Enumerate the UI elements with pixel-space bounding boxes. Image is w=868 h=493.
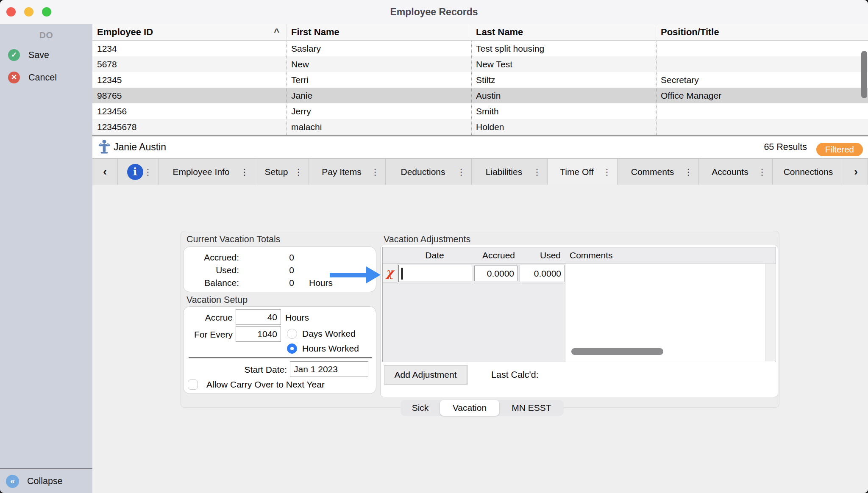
table-row[interactable]: 123456JerrySmith — [92, 103, 868, 119]
table-cell: Austin — [471, 88, 656, 103]
window-title: Employee Records — [0, 0, 868, 24]
used-label: Used: — [184, 264, 239, 277]
tab-scroll-right-button[interactable]: › — [844, 159, 868, 185]
title-bar: Employee Records — [0, 0, 868, 24]
collapse-chevrons-icon: « — [6, 475, 19, 488]
adjustment-used-input[interactable] — [520, 265, 565, 282]
column-header-0[interactable]: Employee ID^ — [92, 24, 287, 41]
adjustment-date-input[interactable] — [398, 265, 472, 282]
tab-menu-dots-icon[interactable]: ⋮ — [457, 167, 465, 177]
tab-label: Deductions — [401, 167, 445, 177]
tab-pay-items[interactable]: Pay Items⋮ — [309, 159, 386, 185]
tab-time-off[interactable]: Time Off⋮ — [548, 159, 618, 185]
sidebar-header: DO — [0, 30, 92, 40]
table-cell: Test split housing — [471, 41, 656, 56]
table-cell: Saslary — [287, 41, 471, 56]
accrued-value: 0 — [281, 251, 302, 264]
tab-info[interactable]: i⋮ — [118, 159, 159, 185]
delete-row-cell[interactable]: χ — [383, 263, 397, 283]
balance-value: 0 — [281, 277, 302, 289]
table-cell: Terri — [287, 72, 471, 88]
hours-worked-radio[interactable] — [287, 343, 297, 354]
tab-menu-dots-icon[interactable]: ⋮ — [684, 167, 693, 177]
adjustment-comments-area[interactable] — [565, 263, 776, 362]
tab-label: Time Off — [560, 167, 593, 177]
table-row[interactable]: 12345678malachiHolden — [92, 119, 868, 135]
table-cell: 1234 — [92, 41, 287, 56]
carry-over-checkbox[interactable] — [188, 379, 198, 390]
vacation-adjustments-container: DateAccruedUsedComments χ Add Adjustment… — [380, 245, 778, 397]
table-cell: Jerry — [287, 103, 471, 119]
adjustments-column-header: Accrued — [474, 247, 515, 263]
column-header-3[interactable]: Position/Title — [656, 24, 868, 41]
segment-sick[interactable]: Sick — [401, 400, 440, 416]
tab-deductions[interactable]: Deductions⋮ — [386, 159, 472, 185]
accrue-unit-label: Hours — [285, 310, 309, 325]
tab-connections[interactable]: Connections — [773, 159, 844, 185]
setup-section-label: Vacation Setup — [186, 294, 248, 306]
tab-menu-dots-icon[interactable]: ⋮ — [144, 167, 152, 177]
tab-liabilities[interactable]: Liabilities⋮ — [472, 159, 548, 185]
table-cell: 5678 — [92, 56, 287, 72]
filtered-badge[interactable]: Filtered — [816, 143, 863, 156]
last-calcd-label: Last Calc'd: — [491, 365, 539, 385]
adjustments-column-header: Date — [397, 247, 472, 263]
collapse-button[interactable]: « Collapse — [0, 469, 92, 493]
totals-row-balance: Balance: 0 Hours — [184, 277, 377, 289]
column-header-1[interactable]: First Name — [287, 24, 471, 41]
table-cell: New — [287, 56, 471, 72]
add-adjustment-button[interactable]: Add Adjustment — [384, 365, 467, 385]
tab-setup[interactable]: Setup⋮ — [255, 159, 309, 185]
table-vertical-scrollbar[interactable] — [861, 51, 867, 98]
table-row[interactable]: 1234SaslaryTest split housing — [92, 41, 868, 56]
save-button[interactable]: ✓ Save — [0, 47, 92, 64]
start-date-input[interactable] — [290, 361, 368, 377]
tab-menu-dots-icon[interactable]: ⋮ — [294, 167, 303, 177]
carry-over-label: Allow Carry Over to Next Year — [206, 379, 325, 390]
tab-label: Comments — [631, 167, 674, 177]
tab-label: Pay Items — [322, 167, 361, 177]
table-cell — [656, 41, 868, 56]
column-header-2[interactable]: Last Name — [471, 24, 656, 41]
for-every-label: For Every — [184, 327, 233, 342]
table-cell — [656, 56, 868, 72]
cancel-label: Cancel — [28, 69, 57, 86]
employee-table-header: Employee ID^First NameLast NamePosition/… — [92, 24, 868, 41]
adjustments-section-label: Vacation Adjustments — [384, 233, 470, 245]
table-row[interactable]: 12345TerriStiltzSecretary — [92, 72, 868, 88]
table-cell: Janie — [287, 88, 471, 103]
comments-horizontal-scrollbar[interactable] — [571, 348, 663, 355]
balance-label: Balance: — [184, 277, 239, 289]
days-worked-radio[interactable] — [287, 329, 297, 339]
tab-employee-info[interactable]: Employee Info⋮ — [159, 159, 255, 185]
for-every-input[interactable] — [236, 326, 281, 342]
tab-scroll-left-button[interactable]: ‹ — [92, 159, 118, 185]
comments-vertical-scrollbar[interactable] — [765, 264, 775, 361]
results-count: 65 Results — [764, 136, 807, 158]
balance-unit: Hours — [309, 277, 333, 289]
table-row[interactable]: 5678NewNew Test — [92, 56, 868, 72]
used-value: 0 — [281, 264, 302, 277]
accrue-hours-input[interactable] — [236, 309, 281, 325]
tab-accounts[interactable]: Accounts⋮ — [699, 159, 773, 185]
segment-mn-esst[interactable]: MN ESST — [499, 400, 564, 416]
table-cell: Stiltz — [471, 72, 656, 88]
segment-vacation[interactable]: Vacation — [440, 400, 499, 416]
tab-menu-dots-icon[interactable]: ⋮ — [603, 167, 611, 177]
tab-menu-dots-icon[interactable]: ⋮ — [758, 167, 766, 177]
tab-menu-dots-icon[interactable]: ⋮ — [240, 167, 249, 177]
table-cell: New Test — [471, 56, 656, 72]
record-header-band: Janie Austin 65 Results Filtered — [92, 136, 868, 158]
table-cell — [656, 103, 868, 119]
employee-records-window: Employee Records DO ✓ Save ✕ Cancel « Co… — [0, 0, 868, 493]
table-row[interactable]: 98765JanieAustinOffice Manager — [92, 88, 868, 103]
tab-menu-dots-icon[interactable]: ⋮ — [533, 167, 541, 177]
tab-comments[interactable]: Comments⋮ — [618, 159, 699, 185]
tab-menu-dots-icon[interactable]: ⋮ — [371, 167, 379, 177]
cancel-button[interactable]: ✕ Cancel — [0, 69, 92, 86]
delete-row-icon: χ — [386, 266, 393, 280]
tab-label: Liabilities — [486, 167, 522, 177]
column-divider — [656, 41, 657, 135]
adjustment-accrued-input[interactable] — [474, 266, 517, 281]
start-date-label: Start Date: — [222, 363, 287, 377]
